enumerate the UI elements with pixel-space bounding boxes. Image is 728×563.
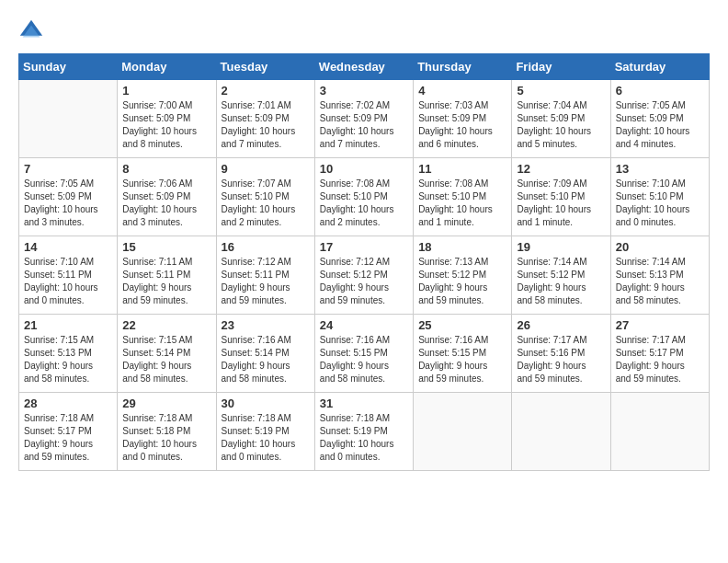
calendar-day-2: 2Sunrise: 7:01 AM Sunset: 5:09 PM Daylig… xyxy=(216,80,314,158)
day-number: 29 xyxy=(122,396,210,410)
calendar-day-5: 5Sunrise: 7:04 AM Sunset: 5:09 PM Daylig… xyxy=(512,80,610,158)
day-number: 3 xyxy=(320,84,408,98)
day-number: 24 xyxy=(320,318,408,332)
day-info: Sunrise: 7:01 AM Sunset: 5:09 PM Dayligh… xyxy=(222,99,310,151)
column-header-friday: Friday xyxy=(512,54,610,80)
column-header-tuesday: Tuesday xyxy=(216,54,314,80)
day-info: Sunrise: 7:02 AM Sunset: 5:09 PM Dayligh… xyxy=(320,99,408,151)
day-info: Sunrise: 7:18 AM Sunset: 5:19 PM Dayligh… xyxy=(222,412,310,464)
calendar-day-23: 23Sunrise: 7:16 AM Sunset: 5:14 PM Dayli… xyxy=(216,315,314,393)
calendar-day-12: 12Sunrise: 7:09 AM Sunset: 5:10 PM Dayli… xyxy=(512,158,610,236)
calendar-week-row: 7Sunrise: 7:05 AM Sunset: 5:09 PM Daylig… xyxy=(19,158,710,236)
day-number: 15 xyxy=(122,240,210,254)
calendar-day-16: 16Sunrise: 7:12 AM Sunset: 5:11 PM Dayli… xyxy=(216,236,314,315)
calendar-day-15: 15Sunrise: 7:11 AM Sunset: 5:11 PM Dayli… xyxy=(118,236,216,315)
calendar-empty-cell xyxy=(19,80,118,158)
day-info: Sunrise: 7:18 AM Sunset: 5:18 PM Dayligh… xyxy=(122,412,210,464)
calendar-week-row: 14Sunrise: 7:10 AM Sunset: 5:11 PM Dayli… xyxy=(19,236,710,315)
calendar-week-row: 21Sunrise: 7:15 AM Sunset: 5:13 PM Dayli… xyxy=(19,315,710,393)
calendar-day-14: 14Sunrise: 7:10 AM Sunset: 5:11 PM Dayli… xyxy=(19,236,118,315)
day-info: Sunrise: 7:16 AM Sunset: 5:15 PM Dayligh… xyxy=(320,334,408,385)
day-info: Sunrise: 7:10 AM Sunset: 5:11 PM Dayligh… xyxy=(24,256,112,307)
day-info: Sunrise: 7:10 AM Sunset: 5:10 PM Dayligh… xyxy=(616,178,704,229)
calendar-empty-cell xyxy=(610,393,709,471)
calendar-empty-cell xyxy=(512,393,610,471)
day-info: Sunrise: 7:18 AM Sunset: 5:17 PM Dayligh… xyxy=(24,412,112,464)
day-info: Sunrise: 7:16 AM Sunset: 5:15 PM Dayligh… xyxy=(418,334,506,385)
calendar-day-29: 29Sunrise: 7:18 AM Sunset: 5:18 PM Dayli… xyxy=(118,393,216,471)
day-info: Sunrise: 7:14 AM Sunset: 5:13 PM Dayligh… xyxy=(616,256,704,307)
day-number: 27 xyxy=(616,318,704,332)
calendar-day-6: 6Sunrise: 7:05 AM Sunset: 5:09 PM Daylig… xyxy=(610,80,709,158)
day-info: Sunrise: 7:13 AM Sunset: 5:12 PM Dayligh… xyxy=(418,256,506,307)
day-info: Sunrise: 7:08 AM Sunset: 5:10 PM Dayligh… xyxy=(418,178,506,229)
calendar-day-20: 20Sunrise: 7:14 AM Sunset: 5:13 PM Dayli… xyxy=(610,236,709,315)
calendar-day-7: 7Sunrise: 7:05 AM Sunset: 5:09 PM Daylig… xyxy=(19,158,118,236)
day-number: 25 xyxy=(418,318,506,332)
day-info: Sunrise: 7:17 AM Sunset: 5:17 PM Dayligh… xyxy=(616,334,704,385)
calendar-day-26: 26Sunrise: 7:17 AM Sunset: 5:16 PM Dayli… xyxy=(512,315,610,393)
day-number: 22 xyxy=(122,318,210,332)
day-number: 13 xyxy=(616,162,704,176)
column-header-monday: Monday xyxy=(118,54,216,80)
calendar-day-21: 21Sunrise: 7:15 AM Sunset: 5:13 PM Dayli… xyxy=(19,315,118,393)
calendar-day-17: 17Sunrise: 7:12 AM Sunset: 5:12 PM Dayli… xyxy=(314,236,413,315)
day-number: 7 xyxy=(24,162,112,176)
day-info: Sunrise: 7:05 AM Sunset: 5:09 PM Dayligh… xyxy=(24,178,112,229)
day-number: 18 xyxy=(418,240,506,254)
calendar-day-8: 8Sunrise: 7:06 AM Sunset: 5:09 PM Daylig… xyxy=(118,158,216,236)
day-number: 11 xyxy=(418,162,506,176)
column-header-wednesday: Wednesday xyxy=(314,54,413,80)
calendar-day-19: 19Sunrise: 7:14 AM Sunset: 5:12 PM Dayli… xyxy=(512,236,610,315)
day-info: Sunrise: 7:07 AM Sunset: 5:10 PM Dayligh… xyxy=(222,178,310,229)
column-header-thursday: Thursday xyxy=(414,54,512,80)
day-info: Sunrise: 7:06 AM Sunset: 5:09 PM Dayligh… xyxy=(122,178,210,229)
calendar-day-25: 25Sunrise: 7:16 AM Sunset: 5:15 PM Dayli… xyxy=(414,315,512,393)
page-header xyxy=(18,18,710,44)
day-info: Sunrise: 7:00 AM Sunset: 5:09 PM Dayligh… xyxy=(122,99,210,151)
day-number: 5 xyxy=(517,84,605,98)
day-number: 26 xyxy=(517,318,605,332)
day-info: Sunrise: 7:11 AM Sunset: 5:11 PM Dayligh… xyxy=(122,256,210,307)
day-info: Sunrise: 7:12 AM Sunset: 5:11 PM Dayligh… xyxy=(222,256,310,307)
day-number: 30 xyxy=(222,396,310,410)
day-info: Sunrise: 7:17 AM Sunset: 5:16 PM Dayligh… xyxy=(517,334,605,385)
day-number: 8 xyxy=(122,162,210,176)
calendar-day-4: 4Sunrise: 7:03 AM Sunset: 5:09 PM Daylig… xyxy=(414,80,512,158)
logo xyxy=(18,18,48,44)
calendar-header-row: SundayMondayTuesdayWednesdayThursdayFrid… xyxy=(19,54,710,80)
calendar-day-30: 30Sunrise: 7:18 AM Sunset: 5:19 PM Dayli… xyxy=(216,393,314,471)
calendar-day-22: 22Sunrise: 7:15 AM Sunset: 5:14 PM Dayli… xyxy=(118,315,216,393)
day-number: 31 xyxy=(320,396,408,410)
calendar-table: SundayMondayTuesdayWednesdayThursdayFrid… xyxy=(18,53,710,471)
calendar-week-row: 28Sunrise: 7:18 AM Sunset: 5:17 PM Dayli… xyxy=(19,393,710,471)
day-number: 6 xyxy=(616,84,704,98)
calendar-day-1: 1Sunrise: 7:00 AM Sunset: 5:09 PM Daylig… xyxy=(118,80,216,158)
day-number: 17 xyxy=(320,240,408,254)
day-number: 2 xyxy=(222,84,310,98)
day-number: 21 xyxy=(24,318,112,332)
day-info: Sunrise: 7:14 AM Sunset: 5:12 PM Dayligh… xyxy=(517,256,605,307)
calendar-day-28: 28Sunrise: 7:18 AM Sunset: 5:17 PM Dayli… xyxy=(19,393,118,471)
day-number: 1 xyxy=(122,84,210,98)
calendar-day-10: 10Sunrise: 7:08 AM Sunset: 5:10 PM Dayli… xyxy=(314,158,413,236)
calendar-day-11: 11Sunrise: 7:08 AM Sunset: 5:10 PM Dayli… xyxy=(414,158,512,236)
day-info: Sunrise: 7:15 AM Sunset: 5:14 PM Dayligh… xyxy=(122,334,210,385)
calendar-day-9: 9Sunrise: 7:07 AM Sunset: 5:10 PM Daylig… xyxy=(216,158,314,236)
calendar-day-3: 3Sunrise: 7:02 AM Sunset: 5:09 PM Daylig… xyxy=(314,80,413,158)
column-header-sunday: Sunday xyxy=(19,54,118,80)
day-number: 28 xyxy=(24,396,112,410)
day-number: 16 xyxy=(222,240,310,254)
calendar-day-13: 13Sunrise: 7:10 AM Sunset: 5:10 PM Dayli… xyxy=(610,158,709,236)
day-info: Sunrise: 7:15 AM Sunset: 5:13 PM Dayligh… xyxy=(24,334,112,385)
day-number: 20 xyxy=(616,240,704,254)
calendar-day-24: 24Sunrise: 7:16 AM Sunset: 5:15 PM Dayli… xyxy=(314,315,413,393)
day-number: 4 xyxy=(418,84,506,98)
day-number: 12 xyxy=(517,162,605,176)
day-info: Sunrise: 7:09 AM Sunset: 5:10 PM Dayligh… xyxy=(517,178,605,229)
calendar-week-row: 1Sunrise: 7:00 AM Sunset: 5:09 PM Daylig… xyxy=(19,80,710,158)
logo-icon xyxy=(18,18,44,44)
day-info: Sunrise: 7:03 AM Sunset: 5:09 PM Dayligh… xyxy=(418,99,506,151)
day-number: 14 xyxy=(24,240,112,254)
day-info: Sunrise: 7:12 AM Sunset: 5:12 PM Dayligh… xyxy=(320,256,408,307)
